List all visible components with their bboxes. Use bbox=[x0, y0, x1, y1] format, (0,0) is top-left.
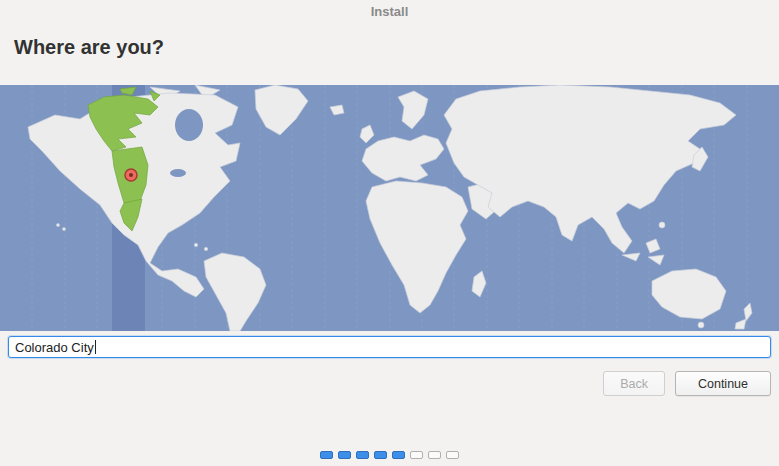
hawaii-2 bbox=[63, 228, 66, 231]
page-title: Where are you? bbox=[14, 36, 164, 59]
text-caret bbox=[95, 340, 96, 354]
progress-step bbox=[356, 451, 369, 459]
titlebar: Install bbox=[0, 0, 779, 22]
progress-step bbox=[446, 451, 459, 459]
timezone-map[interactable] bbox=[0, 85, 779, 331]
button-row: Back Continue bbox=[603, 371, 771, 396]
progress-step bbox=[374, 451, 387, 459]
continue-button[interactable]: Continue bbox=[675, 371, 771, 396]
progress-step bbox=[428, 451, 441, 459]
progress-step bbox=[338, 451, 351, 459]
back-button[interactable]: Back bbox=[603, 371, 665, 396]
progress-step bbox=[392, 451, 405, 459]
world-map[interactable] bbox=[0, 85, 779, 331]
window-title: Install bbox=[371, 4, 409, 19]
location-input[interactable]: Colorado City bbox=[8, 336, 771, 358]
progress-step bbox=[410, 451, 423, 459]
progress-indicator bbox=[0, 451, 779, 459]
philippines bbox=[659, 222, 665, 228]
caribbean-2 bbox=[204, 247, 207, 250]
location-pin-icon[interactable] bbox=[125, 169, 137, 181]
tasmania bbox=[698, 322, 704, 328]
hawaii bbox=[57, 224, 60, 227]
caribbean bbox=[194, 243, 197, 246]
progress-step bbox=[320, 451, 333, 459]
location-input-value: Colorado City bbox=[15, 340, 94, 355]
hudson-bay bbox=[175, 109, 203, 141]
great-lakes bbox=[170, 169, 186, 177]
